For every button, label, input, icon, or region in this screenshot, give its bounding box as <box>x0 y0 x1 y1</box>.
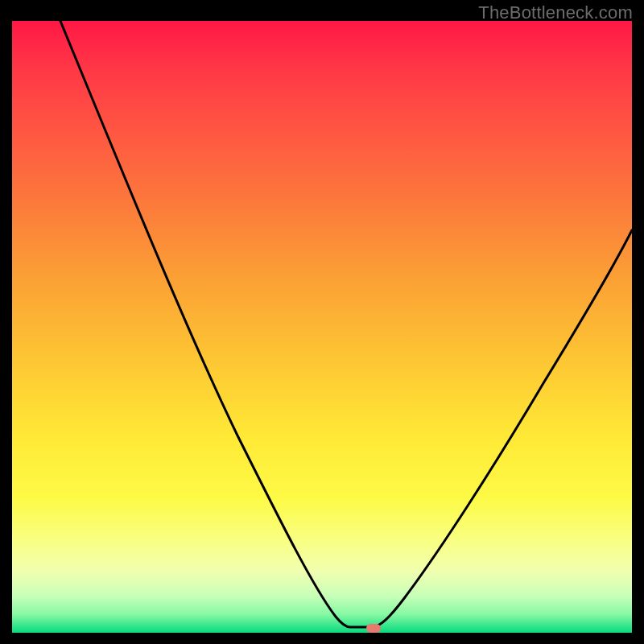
bottleneck-curve <box>60 21 632 627</box>
watermark-text: TheBottleneck.com <box>478 2 633 23</box>
chart-curve-svg <box>12 21 632 633</box>
chart-plot-area <box>12 21 632 633</box>
chart-marker-point <box>366 624 381 633</box>
